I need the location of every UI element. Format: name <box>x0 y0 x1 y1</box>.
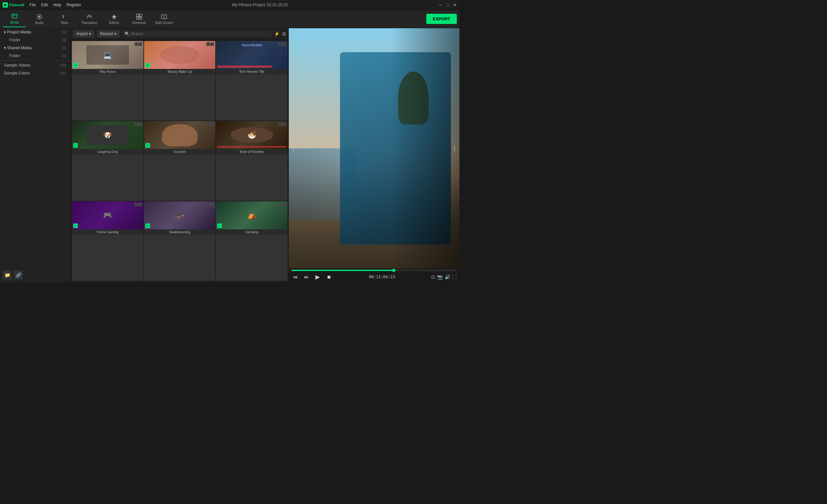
minimize-button[interactable]: ─ <box>439 2 442 7</box>
film-icon-gaming: ⬛⬛ <box>134 203 142 206</box>
main-area: ▾ Project Media (9) Folder (9) ▾ Shared … <box>0 28 459 282</box>
tree-project-folder[interactable]: Folder (9) <box>0 36 70 44</box>
media-card-laughing-dog[interactable]: 🐶 ✓ ⬛⬛ Laughing Dog <box>72 121 143 200</box>
card-label-surprise: Surprise <box>144 149 215 155</box>
maximize-button[interactable]: □ <box>446 2 449 7</box>
media-scroll-area: 💻 ✓ ⬛⬛ Play Room ✓ ⬛⬛ <box>70 40 289 282</box>
preview-controls: ⏮ ⏭ ▶ ⏹ 00:11:04:23 ⊡ 📷 🔊 ⛶ <box>289 268 459 282</box>
menu-help[interactable]: Help <box>53 3 61 7</box>
new-folder-button[interactable]: 📁 <box>3 270 12 280</box>
menu-file[interactable]: File <box>30 3 36 7</box>
film-icon-tech: ⬛⬛ <box>278 42 286 46</box>
pip-button[interactable]: ⊡ <box>431 274 435 280</box>
time-display: 00:11:04:23 <box>369 274 395 279</box>
card-label-noodles: Bowl of Noodles <box>216 149 288 155</box>
tab-elements[interactable]: Elements <box>127 11 151 27</box>
card-check-beauty: ✓ <box>145 63 150 67</box>
card-label-camping: Camping <box>216 230 288 235</box>
card-label-dog: Laughing Dog <box>72 149 143 155</box>
screenshot-button[interactable]: 📷 <box>437 274 443 280</box>
titlebar: ▶ Filmora9 File Edit Help Register My Fi… <box>0 0 459 10</box>
menu-edit[interactable]: Edit <box>41 3 48 7</box>
media-card-beauty[interactable]: ✓ ⬛⬛ Beauty Make Up <box>144 41 215 120</box>
volume-button[interactable]: 🔊 <box>445 274 450 280</box>
export-button[interactable]: EXPORT <box>426 14 457 24</box>
film-icon-surprise: ⬛⬛ <box>206 122 214 126</box>
tree-shared-media[interactable]: ▾ Shared Media (0) <box>0 44 70 52</box>
film-icon-camping: ⬛⬛ <box>278 203 286 206</box>
link-button[interactable]: 🔗 <box>14 270 23 280</box>
progress-fill <box>291 270 394 271</box>
media-card-surprise[interactable]: ✓ ⬛⬛ Surprise <box>144 121 215 200</box>
media-browser: Import ▾ Record ▾ 🔍 ⚡ ⊞ <box>70 28 289 282</box>
left-panel: ▾ Project Media (9) Folder (9) ▾ Shared … <box>0 28 70 282</box>
grid-view-button[interactable]: ⊞ <box>282 31 286 37</box>
close-button[interactable]: ✕ <box>453 2 457 7</box>
stop-button[interactable]: ⏹ <box>325 273 333 281</box>
card-label-skate: Skateboarding <box>144 230 215 235</box>
media-card-gaming[interactable]: 🎮 ✓ ⬛⬛ Online Gaming <box>72 201 143 281</box>
svg-rect-6 <box>137 17 139 19</box>
tree-shared-folder[interactable]: Folder (0) <box>0 52 70 60</box>
step-back-button[interactable]: ⏭ <box>303 273 310 281</box>
project-title: My Filmora Project: 01:01:20:32 <box>81 3 439 7</box>
search-box[interactable]: 🔍 <box>122 31 272 37</box>
card-check-gaming: ✓ <box>73 223 78 228</box>
media-toolbar: Import ▾ Record ▾ 🔍 ⚡ ⊞ <box>70 28 289 40</box>
card-check-play-room: ✓ <box>73 63 78 67</box>
play-button[interactable]: ▶ <box>314 273 322 281</box>
svg-rect-5 <box>140 14 142 16</box>
preview-panel: { } ⏮ ⏭ ▶ ⏹ 00:11:04:23 ⊡ 📷 🔊 <box>289 28 459 282</box>
tree-project-media[interactable]: ▾ Project Media (9) <box>0 28 70 36</box>
preview-video: { } <box>289 28 459 268</box>
import-button[interactable]: Import ▾ <box>73 30 94 37</box>
progress-bar[interactable] <box>291 270 457 271</box>
tab-media[interactable]: Media <box>3 11 26 27</box>
media-card-camping[interactable]: ⛺ ✓ ⬛⬛ Camping <box>216 201 288 281</box>
tab-titles[interactable]: T Titles <box>52 11 76 27</box>
film-icon: ⬛⬛ <box>134 42 142 46</box>
film-icon-dog: ⬛⬛ <box>134 122 142 126</box>
main-toolbar: Media Audio T Titles Transitions Effects… <box>0 10 459 28</box>
tab-transitions[interactable]: Transitions <box>78 11 101 27</box>
svg-rect-0 <box>12 14 17 18</box>
card-label-play-room: Play Room <box>72 69 143 74</box>
media-card-noodles[interactable]: 🍜 ⬛⬛ Bowl of Noodles <box>216 121 288 200</box>
filter-button[interactable]: ⚡ <box>274 31 280 37</box>
svg-rect-4 <box>137 14 139 16</box>
tree-sample-colors[interactable]: Sample Colors (15) <box>0 69 70 77</box>
app-name: Filmora9 <box>9 3 24 7</box>
svg-rect-7 <box>140 17 142 19</box>
film-icon-noodles: ⬛⬛ <box>278 122 286 126</box>
app-logo: ▶ Filmora9 <box>3 2 24 7</box>
tab-split-screen[interactable]: Split Screen <box>152 11 176 27</box>
media-card-play-room[interactable]: 💻 ✓ ⬛⬛ Play Room <box>72 41 143 120</box>
window-controls[interactable]: ─ □ ✕ <box>439 2 457 7</box>
film-icon-skate: ⬛⬛ <box>206 203 214 206</box>
tab-audio[interactable]: Audio <box>28 11 51 27</box>
transport-controls: ⏮ ⏭ ▶ ⏹ 00:11:04:23 ⊡ 📷 🔊 ⛶ <box>291 273 457 281</box>
fullscreen-button[interactable]: ⛶ <box>452 274 457 280</box>
card-check-skate: ✓ <box>145 223 150 228</box>
panel-footer: 📁 🔗 <box>0 268 70 282</box>
card-label-beauty: Beauty Make Up <box>144 69 215 74</box>
media-card-tech[interactable]: TECH REVIEW ⬛⬛ Tech Review Title <box>216 41 288 120</box>
transport-buttons: ⏮ ⏭ ▶ ⏹ <box>291 273 333 281</box>
tab-effects[interactable]: Effects <box>102 11 126 27</box>
menu-bar[interactable]: File Edit Help Register <box>30 3 81 7</box>
search-input[interactable] <box>131 32 269 36</box>
svg-text:T: T <box>62 14 65 19</box>
card-check-camping: ✓ <box>217 223 222 228</box>
card-label-gaming: Online Gaming <box>72 230 143 235</box>
menu-register[interactable]: Register <box>66 3 81 7</box>
tree-sample-videos[interactable]: Sample Videos (20) <box>0 61 70 69</box>
card-check-surprise: ✓ <box>145 143 150 148</box>
skip-back-button[interactable]: ⏮ <box>291 273 299 281</box>
film-icon-beauty: ⬛⬛ <box>206 42 214 46</box>
media-card-skateboarding[interactable]: 🛹 ✓ ⬛⬛ Skateboarding <box>144 201 215 281</box>
search-icon: 🔍 <box>125 32 130 36</box>
card-check-dog: ✓ <box>73 143 78 148</box>
record-button[interactable]: Record ▾ <box>97 30 119 37</box>
preview-side-buttons: ⊡ 📷 🔊 ⛶ <box>431 274 457 280</box>
progress-thumb[interactable] <box>392 269 395 272</box>
